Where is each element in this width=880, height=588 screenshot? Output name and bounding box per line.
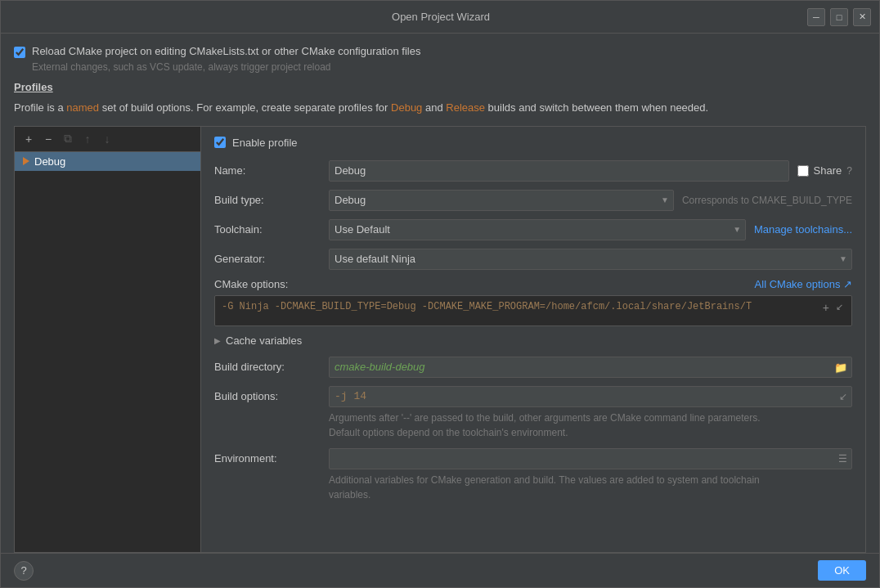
build-options-input[interactable] (329, 386, 852, 407)
build-type-row: Build type: Debug Release RelWithDebInfo… (214, 190, 852, 211)
remove-profile-button[interactable]: − (39, 130, 57, 148)
cmake-options-label: CMake options: (214, 278, 288, 290)
ok-button[interactable]: OK (818, 560, 866, 581)
toolchain-row: Toolchain: Use Default ▼ Manage toolchai… (214, 219, 852, 240)
profiles-description: Profile is a named set of build options.… (14, 100, 866, 116)
enable-profile-label: Enable profile (232, 137, 298, 149)
build-type-label: Build type: (214, 194, 329, 206)
minimize-button[interactable]: ─ (807, 8, 825, 26)
build-directory-input[interactable] (329, 357, 852, 378)
build-type-select-wrap: Debug Release RelWithDebInfo MinSizeRel … (329, 190, 674, 211)
build-options-label: Build options: (214, 390, 329, 402)
generator-row: Generator: Use default Ninja ▼ (214, 249, 852, 270)
environment-hint-line1: Additional variables for CMake generatio… (329, 474, 760, 486)
share-wrap: Share ? (797, 164, 852, 177)
profiles-section: + − ⧉ ↑ ↓ Debug Enable profile (14, 126, 866, 554)
enable-profile-checkbox[interactable] (214, 137, 226, 148)
reload-label: Reload CMake project on editing CMakeLis… (32, 45, 420, 57)
reload-row: Reload CMake project on editing CMakeLis… (14, 45, 866, 58)
title-bar: Open Project Wizard ─ □ ✕ (1, 1, 879, 34)
all-cmake-options-link[interactable]: All CMake options ↗ (755, 278, 852, 290)
toolchain-label: Toolchain: (214, 223, 329, 236)
environment-input[interactable] (329, 448, 852, 469)
share-help-icon[interactable]: ? (846, 165, 852, 177)
toolchain-select-wrap: Use Default ▼ (329, 219, 746, 240)
profile-item-label: Debug (34, 155, 65, 168)
environment-hint-line2: variables. (329, 489, 370, 500)
environment-hint: Additional variables for CMake generatio… (329, 473, 852, 502)
window-controls: ─ □ ✕ (807, 8, 871, 26)
bottom-bar: ? OK (1, 553, 879, 587)
build-directory-label: Build directory: (214, 361, 329, 373)
build-options-row: Build options: ↙ (214, 386, 852, 407)
build-options-hint-line2: Default options depend on the toolchain'… (329, 427, 568, 438)
name-input[interactable] (329, 160, 789, 182)
cmake-options-text: -G Ninja -DCMAKE_BUILD_TYPE=Debug -DCMAK… (222, 301, 816, 312)
open-project-wizard-window: Open Project Wizard ─ □ ✕ Reload CMake p… (0, 0, 880, 588)
move-down-button[interactable]: ↓ (98, 130, 116, 148)
profile-item-debug[interactable]: Debug (15, 152, 200, 171)
share-checkbox[interactable] (797, 165, 809, 177)
generator-label: Generator: (214, 253, 329, 265)
copy-profile-button[interactable]: ⧉ (59, 130, 77, 148)
reload-subtext: External changes, such as VCS update, al… (32, 61, 866, 73)
build-type-hint: Corresponds to CMAKE_BUILD_TYPE (682, 195, 852, 206)
manage-toolchains-link[interactable]: Manage toolchains... (754, 223, 852, 236)
name-label: Name: (214, 164, 329, 177)
build-directory-row: Build directory: 📁 (214, 357, 852, 378)
cache-variables-row[interactable]: ▶ Cache variables (214, 334, 852, 347)
environment-label: Environment: (214, 452, 329, 465)
name-row: Name: Share ? (214, 160, 852, 182)
build-directory-input-wrap: 📁 (329, 357, 852, 378)
add-profile-button[interactable]: + (20, 130, 38, 148)
profiles-right-panel: Enable profile Name: Share ? Build type: (201, 127, 865, 553)
build-options-hint: Arguments after '--' are passed to the b… (329, 411, 852, 440)
environment-input-wrap: ☰ (329, 448, 852, 469)
build-options-input-wrap: ↙ (329, 386, 852, 407)
cmake-options-header: CMake options: All CMake options ↗ (214, 278, 852, 290)
enable-profile-row: Enable profile (214, 137, 852, 149)
generator-select-wrap: Use default Ninja ▼ (329, 249, 852, 270)
help-button[interactable]: ? (14, 561, 34, 581)
move-up-button[interactable]: ↑ (79, 130, 97, 148)
cmake-options-icons: + ↙ (821, 301, 845, 314)
build-options-hint-line1: Arguments after '--' are passed to the b… (329, 412, 761, 424)
profiles-toolbar: + − ⧉ ↑ ↓ (15, 127, 200, 152)
reload-checkbox[interactable] (14, 47, 25, 58)
generator-select[interactable]: Use default Ninja (329, 249, 852, 270)
cmake-options-add-icon[interactable]: + (821, 301, 831, 314)
cache-variables-chevron-icon: ▶ (214, 336, 221, 345)
profiles-heading: Profiles (14, 81, 866, 93)
build-type-select[interactable]: Debug Release RelWithDebInfo MinSizeRel (329, 190, 674, 211)
cmake-options-expand-icon[interactable]: ↙ (834, 301, 845, 314)
cache-variables-label: Cache variables (226, 334, 302, 347)
profiles-left-panel: + − ⧉ ↑ ↓ Debug (15, 127, 201, 553)
window-title: Open Project Wizard (74, 11, 807, 23)
close-button[interactable]: ✕ (853, 8, 871, 26)
cmake-options-field[interactable]: -G Ninja -DCMAKE_BUILD_TYPE=Debug -DCMAK… (214, 295, 852, 326)
toolchain-select[interactable]: Use Default (329, 219, 746, 240)
content-area: Reload CMake project on editing CMakeLis… (1, 34, 879, 553)
restore-button[interactable]: □ (830, 8, 848, 26)
share-label: Share (814, 164, 842, 177)
environment-row: Environment: ☰ (214, 448, 852, 469)
profile-icon-debug (23, 157, 29, 165)
